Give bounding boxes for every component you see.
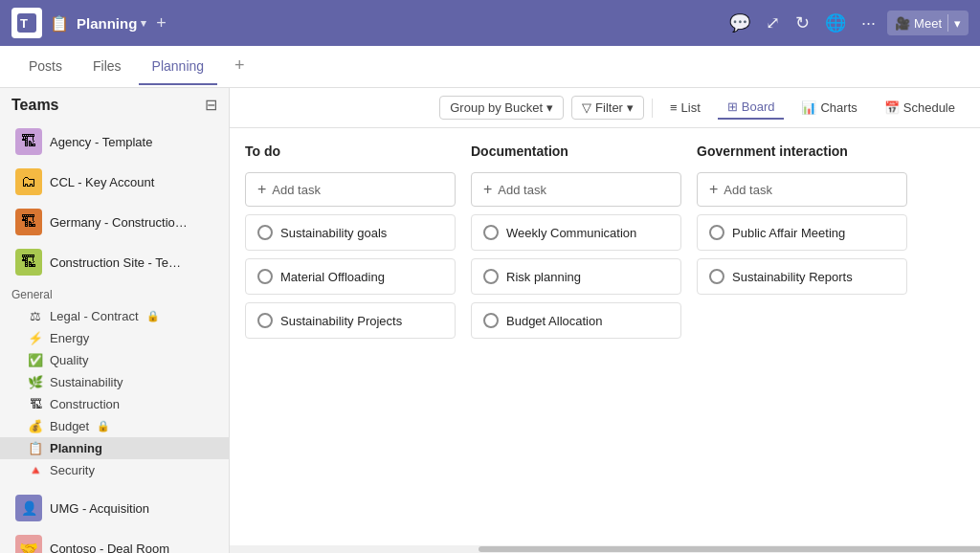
scrollbar-thumb[interactable] — [479, 546, 980, 552]
list-icon: ≡ — [670, 100, 678, 115]
task-card-sustainability-goals[interactable]: Sustainability goals — [245, 214, 456, 251]
sidebar-item-construction-template[interactable]: 🏗 Construction Site - Template ··· — [4, 243, 225, 281]
channel-dropdown-icon[interactable]: ▾ — [141, 17, 146, 30]
task-card-sustainability-reports[interactable]: Sustainability Reports — [697, 258, 907, 295]
filter-teams-icon[interactable]: ⊟ — [205, 96, 217, 114]
task-text-weekly-communication: Weekly Communication — [506, 226, 636, 240]
globe-icon[interactable]: 🌐 — [821, 9, 850, 37]
quality-icon: ✅ — [27, 353, 44, 367]
charts-view-button[interactable]: 📊 Charts — [791, 97, 866, 119]
energy-icon: ⚡ — [27, 331, 44, 345]
group-by-bucket-button[interactable]: Group by Bucket ▾ — [439, 96, 564, 120]
task-text-sustainability-goals: Sustainability goals — [280, 226, 387, 240]
channel-budget-name: Budget — [50, 419, 89, 433]
task-card-budget-allocation[interactable]: Budget Allocation — [471, 302, 681, 339]
channel-item-construction[interactable]: 🏗 Construction — [0, 393, 229, 415]
schedule-view-button[interactable]: 📅 Schedule — [875, 97, 965, 119]
channel-name[interactable]: Planning ▾ — [77, 15, 146, 32]
refresh-icon[interactable]: ↻ — [791, 9, 813, 37]
general-section-header: General — [0, 284, 229, 305]
task-card-sustainability-projects[interactable]: Sustainability Projects — [245, 302, 456, 339]
channel-item-energy[interactable]: ⚡ Energy — [0, 327, 229, 349]
more-icon[interactable]: ··· — [858, 10, 880, 37]
channel-nav: Posts Files Planning + — [0, 46, 980, 88]
germany-name: Germany - Construction site — [50, 215, 190, 230]
construction-template-avatar: 🏗 — [15, 249, 42, 276]
task-text-risk-planning: Risk planning — [506, 270, 581, 284]
legal-lock-icon: 🔒 — [146, 310, 160, 322]
top-bar: T 📋 Planning ▾ + 💬 ⤢ ↻ 🌐 ··· 🎥 Meet ▾ — [0, 0, 980, 46]
add-task-documentation-plus-icon: + — [483, 181, 492, 198]
board-label: Board — [742, 100, 775, 114]
main-layout: Teams ⊟ 🏗 Agency - Template ··· 🗂 CCL - … — [0, 88, 980, 553]
add-task-todo-label: Add task — [272, 183, 321, 197]
task-text-sustainability-projects: Sustainability Projects — [280, 314, 402, 328]
tab-posts[interactable]: Posts — [15, 49, 76, 85]
sidebar-item-umg[interactable]: 👤 UMG - Acquisition ··· — [4, 489, 225, 527]
sidebar-header: Teams ⊟ — [0, 88, 229, 122]
channel-item-quality[interactable]: ✅ Quality — [0, 349, 229, 371]
tab-planning[interactable]: Planning — [139, 49, 218, 85]
task-card-public-affair-meeting[interactable]: Public Affair Meeting — [697, 214, 907, 251]
budget-icon: 💰 — [27, 419, 44, 433]
channel-item-legal[interactable]: ⚖ Legal - Contract 🔒 — [0, 305, 229, 327]
channel-emoji-icon: 📋 — [50, 14, 69, 33]
meet-button[interactable]: 🎥 Meet ▾ — [887, 11, 969, 35]
toolbar-divider — [652, 99, 653, 118]
sidebar-title: Teams — [11, 97, 59, 114]
add-task-government-plus-icon: + — [709, 181, 718, 198]
list-view-button[interactable]: ≡ List — [660, 97, 710, 119]
tab-files[interactable]: Files — [79, 49, 135, 85]
task-card-weekly-communication[interactable]: Weekly Communication — [471, 214, 681, 251]
sidebar-item-germany[interactable]: 🏗 Germany - Construction site ··· — [4, 203, 225, 241]
sidebar-item-ccl[interactable]: 🗂 CCL - Key Account ··· — [4, 163, 225, 201]
task-circle-material-offloading — [257, 269, 273, 284]
channel-item-planning[interactable]: 📋 Planning — [0, 437, 229, 459]
add-task-government-button[interactable]: + Add task — [697, 172, 907, 207]
add-task-todo-button[interactable]: + Add task — [245, 172, 456, 207]
content-area: Group by Bucket ▾ ▽ Filter ▾ ≡ List ⊞ Bo… — [230, 88, 980, 553]
channel-item-security[interactable]: 🔺 Security — [0, 459, 229, 481]
sustainability-icon: 🌿 — [27, 375, 44, 389]
charts-label: Charts — [820, 100, 857, 115]
security-icon: 🔺 — [27, 463, 44, 477]
board: To do + Add task Sustainability goals Ma… — [230, 128, 980, 545]
filter-funnel-icon: ▽ — [582, 100, 591, 115]
bucket-documentation-title: Documentation — [471, 144, 681, 165]
sidebar-item-contoso[interactable]: 🤝 Contoso - Deal Room ··· — [4, 529, 225, 553]
channel-sustainability-name: Sustainability — [50, 375, 123, 389]
sidebar-item-agency-template[interactable]: 🏗 Agency - Template ··· — [4, 122, 225, 161]
chat-icon[interactable]: 💬 — [725, 9, 754, 37]
meet-arrow-icon[interactable]: ▾ — [954, 16, 961, 31]
task-circle-risk-planning — [483, 269, 499, 284]
task-text-sustainability-reports: Sustainability Reports — [732, 270, 853, 284]
filter-button[interactable]: ▽ Filter ▾ — [571, 96, 644, 120]
board-icon: ⊞ — [727, 100, 738, 114]
board-view-button[interactable]: ⊞ Board — [718, 96, 785, 120]
channel-item-budget[interactable]: 💰 Budget 🔒 — [0, 415, 229, 437]
bucket-documentation: Documentation + Add task Weekly Communic… — [471, 144, 681, 339]
view-toolbar: Group by Bucket ▾ ▽ Filter ▾ ≡ List ⊞ Bo… — [230, 88, 980, 128]
add-tab-button[interactable]: + — [156, 13, 167, 33]
task-card-material-offloading[interactable]: Material Offloading — [245, 258, 456, 295]
add-task-todo-plus-icon: + — [257, 181, 266, 198]
sidebar-header-icons: ⊟ — [205, 96, 217, 114]
channel-construction-name: Construction — [50, 397, 120, 411]
add-task-documentation-button[interactable]: + Add task — [471, 172, 681, 207]
bucket-todo: To do + Add task Sustainability goals Ma… — [245, 144, 456, 339]
horizontal-scrollbar[interactable] — [230, 545, 980, 553]
top-bar-actions: 💬 ⤢ ↻ 🌐 ··· 🎥 Meet ▾ — [725, 9, 969, 37]
umg-name: UMG - Acquisition — [50, 501, 190, 516]
task-circle-sustainability-reports — [709, 269, 724, 284]
add-task-government-label: Add task — [724, 183, 772, 197]
ccl-name: CCL - Key Account — [50, 175, 190, 189]
task-card-risk-planning[interactable]: Risk planning — [471, 258, 681, 295]
tab-add[interactable]: + — [221, 46, 258, 87]
channel-name-text: Planning — [77, 15, 137, 32]
channel-item-sustainability[interactable]: 🌿 Sustainability — [0, 371, 229, 393]
svg-text:T: T — [20, 16, 28, 31]
task-circle-budget-allocation — [483, 313, 499, 328]
construction-template-name: Construction Site - Template — [50, 255, 190, 270]
meet-divider — [947, 14, 948, 32]
expand-icon[interactable]: ⤢ — [762, 9, 784, 37]
